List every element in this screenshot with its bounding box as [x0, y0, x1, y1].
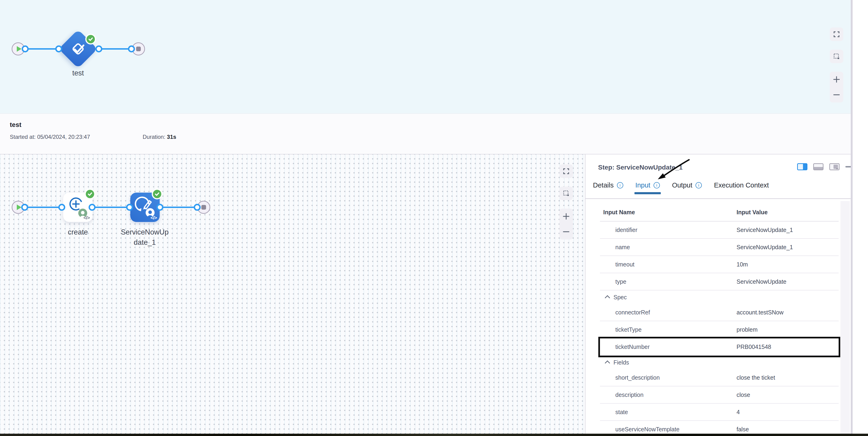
- panel-layout-controls: [797, 163, 851, 170]
- run-title: test: [10, 121, 22, 129]
- minimize-icon[interactable]: [845, 166, 851, 167]
- connector-port: [128, 45, 135, 53]
- success-check-icon: [85, 189, 95, 199]
- connector-port: [21, 204, 28, 211]
- step-node-create[interactable]: </>: [63, 193, 93, 222]
- chevron-up-icon[interactable]: [605, 295, 610, 301]
- step-connector-line: [22, 207, 196, 208]
- fullscreen-button[interactable]: [830, 28, 843, 41]
- code-icon: </>: [84, 215, 90, 221]
- run-duration: Duration: 31s: [143, 134, 176, 140]
- input-value: problem: [737, 326, 757, 333]
- input-value: ServiceNowUpdate_1: [737, 227, 793, 233]
- chevron-up-icon[interactable]: [605, 361, 610, 366]
- stage-approval-icon: [68, 39, 88, 59]
- stage-label: test: [55, 68, 101, 78]
- play-icon: [17, 46, 22, 52]
- input-name: state: [615, 409, 628, 415]
- zoom-out-icon[interactable]: [562, 228, 570, 235]
- connector-port: [126, 204, 133, 211]
- input-name: type: [615, 278, 626, 285]
- zoom-in-icon[interactable]: [562, 213, 570, 220]
- section-label: Spec: [614, 294, 627, 301]
- input-row-short_description: short_descriptionclose the ticket: [600, 369, 839, 387]
- input-name: short_description: [615, 374, 660, 381]
- input-value: close the ticket: [737, 374, 775, 381]
- stop-icon: [136, 46, 141, 51]
- input-row-timeout: timeout10m: [600, 256, 839, 273]
- input-name: description: [615, 392, 644, 398]
- zoom-controls: [830, 72, 843, 102]
- zoom-in-icon[interactable]: [833, 76, 840, 83]
- column-header-input-value: Input Value: [737, 209, 768, 216]
- zoom-controls: [559, 209, 573, 239]
- input-row-ticketNumber: ticketNumberPRB0041548: [600, 338, 839, 356]
- input-name: identifier: [615, 227, 638, 233]
- annotation-arrow: [643, 154, 704, 186]
- connector-port: [55, 45, 62, 53]
- stop-icon: [202, 205, 206, 210]
- panel-modal-layout-icon[interactable]: [829, 163, 840, 170]
- success-check-icon: [85, 34, 96, 44]
- input-row-connectorRef: connectorRefaccount.testSNow: [600, 304, 839, 321]
- tab-divider: [586, 198, 851, 199]
- connector-port: [89, 204, 96, 211]
- input-row-identifier: identifierServiceNowUpdate_1: [600, 222, 839, 239]
- success-check-icon: [152, 189, 162, 199]
- desktop-edge-strip: [0, 434, 868, 436]
- input-row-description: descriptionclose: [600, 387, 839, 404]
- marquee-select-icon: [563, 190, 570, 197]
- section-header-fields[interactable]: Fields: [600, 356, 839, 369]
- fullscreen-button[interactable]: [559, 164, 573, 178]
- input-value: 4: [737, 409, 740, 415]
- code-icon: </>: [151, 215, 157, 221]
- input-name: ticketType: [615, 326, 642, 333]
- connector-port: [95, 45, 102, 53]
- execution-graph-canvas[interactable]: </> </>: [0, 155, 585, 434]
- input-value: account.testSNow: [737, 309, 784, 316]
- table-header-row: Input Name Input Value: [600, 206, 839, 222]
- step-node-servicenowupdate[interactable]: </>: [130, 193, 160, 222]
- run-header: test Started at: 05/04/2024, 20:23:47 Du…: [0, 113, 851, 155]
- fullscreen-icon: [833, 31, 840, 38]
- info-icon[interactable]: [617, 182, 623, 189]
- input-value: ServiceNowUpdate_1: [737, 244, 793, 250]
- connector-port: [22, 45, 29, 53]
- step-label-servicenowupdate: ServiceNowUpdate_1: [120, 227, 169, 247]
- input-row-state: state4: [600, 404, 839, 421]
- input-table: Input Name Input Value identifierService…: [600, 206, 839, 434]
- zoom-out-icon[interactable]: [833, 91, 840, 99]
- input-name: ticketNumber: [615, 343, 650, 350]
- connector-port: [58, 204, 65, 211]
- panel-scrollbar[interactable]: [840, 201, 850, 434]
- input-value: close: [737, 392, 750, 398]
- column-header-input-name: Input Name: [603, 209, 635, 216]
- input-value: 10m: [737, 261, 748, 268]
- tab-details[interactable]: Details: [593, 181, 623, 194]
- input-name: useServiceNowTemplate: [615, 426, 679, 433]
- input-name: timeout: [615, 261, 634, 268]
- input-row-name: nameServiceNowUpdate_1: [600, 239, 839, 256]
- marquee-select-button[interactable]: [830, 49, 843, 63]
- stage-graph-canvas[interactable]: test: [0, 0, 851, 113]
- tab-execution-context[interactable]: Execution Context: [714, 181, 769, 194]
- connector-port: [156, 204, 163, 211]
- connector-port: [194, 204, 201, 211]
- marquee-select-button[interactable]: [559, 187, 573, 200]
- step-label-create: create: [55, 227, 101, 237]
- input-value: PRB0041548: [737, 343, 771, 350]
- play-icon: [17, 204, 22, 210]
- panel-right-layout-icon[interactable]: [797, 163, 807, 170]
- section-label: Fields: [614, 359, 629, 366]
- section-header-spec[interactable]: Spec: [600, 291, 839, 304]
- page-scrollbar-track[interactable]: [851, 0, 852, 434]
- input-row-type: typeServiceNowUpdate: [600, 273, 839, 291]
- input-name: connectorRef: [615, 309, 650, 316]
- input-row-ticketType: ticketTypeproblem: [600, 321, 839, 338]
- run-started-at: Started at: 05/04/2024, 20:23:47: [10, 134, 90, 140]
- fullscreen-icon: [563, 168, 570, 175]
- step-details-panel: Step: ServiceNowUpdate_1 Details Input O…: [585, 155, 851, 434]
- input-value: false: [737, 426, 749, 433]
- panel-bottom-layout-icon[interactable]: [813, 163, 824, 170]
- input-value: ServiceNowUpdate: [737, 278, 786, 285]
